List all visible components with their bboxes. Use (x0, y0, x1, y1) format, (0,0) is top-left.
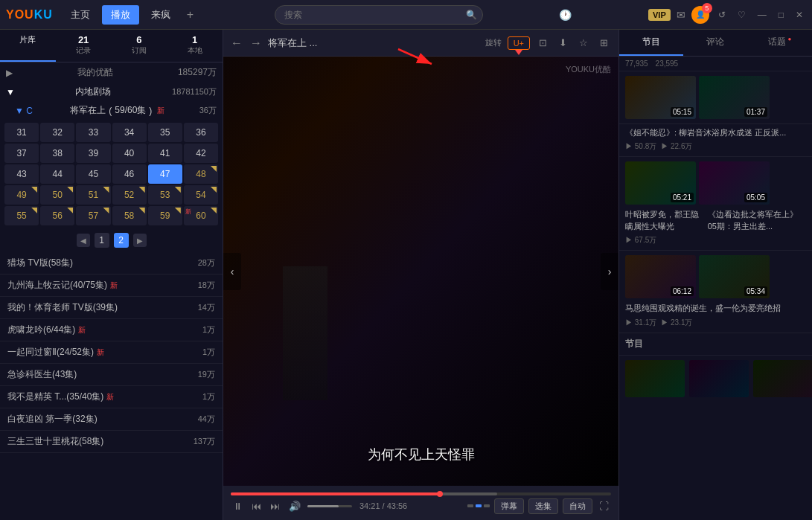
page-2[interactable]: 2 (114, 233, 129, 248)
my-youku-header[interactable]: ▶ 我的优酷 185297万 (0, 62, 223, 83)
episode-52[interactable]: 52 (112, 185, 147, 205)
playlist-item-sansheng[interactable]: 三生三世十里桃花(58集) 137万 (0, 431, 223, 453)
tab-subscribe[interactable]: 6订阅 (112, 30, 167, 62)
playlist-item-jiuzhou[interactable]: 九州海上牧云记(40/75集)新 18万 (0, 275, 223, 297)
right-stats-row: 77,935 23,595 (619, 57, 812, 71)
episode-32[interactable]: 32 (40, 123, 74, 142)
search-input[interactable] (275, 5, 483, 25)
mini-thumb-1[interactable] (689, 360, 749, 397)
tab-history[interactable]: 21记录 (56, 30, 112, 62)
crop-button[interactable]: ⊡ (536, 37, 550, 48)
episode-45[interactable]: 45 (76, 164, 110, 184)
playlist-item-wubujinying[interactable]: 我不是精英 T...(35/40集)新 1万 (0, 386, 223, 408)
episode-34[interactable]: 34 (112, 123, 147, 142)
episode-57[interactable]: 57 (76, 206, 110, 225)
volume-slider[interactable] (307, 505, 352, 507)
favorite-btn[interactable]: ♡ (735, 10, 749, 20)
episode-31[interactable]: 31 (4, 123, 39, 142)
minimize-btn[interactable]: — (755, 10, 770, 20)
plays-2a: 31.1万 (635, 318, 656, 327)
vip-badge[interactable]: VIP (648, 9, 671, 21)
drama-section-header[interactable]: ▼ 内地剧场 18781150万 (0, 83, 223, 101)
nav-laifeng[interactable]: 来疯 (142, 5, 179, 25)
mail-icon[interactable]: ✉ (677, 9, 685, 21)
page-prev[interactable]: ◀ (77, 234, 90, 247)
episode-41[interactable]: 41 (148, 144, 182, 163)
episode-48[interactable]: 48 (184, 164, 218, 184)
nav-home[interactable]: 主页 (62, 5, 99, 25)
history-icon[interactable]: 🕐 (559, 9, 572, 21)
screen-button[interactable]: ⊞ (597, 37, 611, 48)
episode-47[interactable]: 47 (148, 164, 182, 184)
mini-thumb-0[interactable] (625, 360, 685, 397)
episode-38[interactable]: 38 (40, 144, 74, 163)
rtab-topic[interactable]: 话题 (748, 30, 812, 56)
volume-btn[interactable]: 🔊 (287, 501, 303, 512)
search-icon[interactable]: 🔍 (466, 10, 477, 20)
page-1[interactable]: 1 (95, 233, 109, 248)
tab-local[interactable]: 1本地 (167, 30, 223, 62)
auto-button[interactable]: 自动 (563, 498, 592, 514)
refresh-btn[interactable]: ↺ (715, 10, 729, 20)
episode-50[interactable]: 50 (40, 185, 74, 205)
episode-54[interactable]: 54 (184, 185, 218, 205)
episode-56[interactable]: 56 (40, 206, 74, 225)
episode-40[interactable]: 40 (112, 144, 147, 163)
rotate-button[interactable]: 旋转 (485, 37, 502, 48)
current-series-header[interactable]: ▼ C 将军在上 (59/60集) 新 36万 (0, 101, 223, 120)
forward-button[interactable]: → (250, 36, 262, 50)
rtab-program[interactable]: 节目 (619, 30, 683, 56)
playlist-item-jizhenke[interactable]: 急诊科医生(43集) 19万 (0, 364, 223, 386)
episode-37[interactable]: 37 (4, 144, 39, 163)
episode-42[interactable]: 42 (184, 144, 218, 163)
next-btn[interactable]: ⏭ (268, 501, 282, 512)
star-button[interactable]: ☆ (576, 37, 591, 48)
related-item-2[interactable]: 06:12 05:34 (619, 251, 812, 303)
episode-39[interactable]: 39 (76, 144, 110, 163)
episode-44[interactable]: 44 (40, 164, 74, 184)
episode-51[interactable]: 51 (76, 185, 110, 205)
rtab-comment[interactable]: 评论 (683, 30, 747, 56)
nav-play[interactable]: 播放 (102, 5, 139, 25)
episode-36[interactable]: 36 (184, 123, 218, 142)
player-subtitle: 为何不见上天怪罪 (368, 446, 475, 463)
playlist-item-liechangtvban[interactable]: 猎场 TV版(58集) 28万 (0, 252, 223, 275)
play-pause-btn[interactable]: ⏸ (231, 501, 245, 512)
episode-53[interactable]: 53 (148, 185, 182, 205)
playlist-item-yiqitong[interactable]: 一起同过窗Ⅱ(24/52集)新 1万 (0, 341, 223, 364)
back-button[interactable]: ← (231, 36, 243, 50)
mini-thumb-2[interactable] (753, 360, 812, 397)
episode-33[interactable]: 33 (76, 123, 110, 142)
video-container[interactable]: YOUKU优酷 为何不见上天怪罪 ‹ › (223, 57, 618, 486)
next-episode-btn[interactable]: › (601, 253, 618, 290)
episode-59[interactable]: 59 (148, 206, 182, 225)
fullscreen-button[interactable]: ⛶ (597, 501, 611, 512)
episode-49[interactable]: 49 (4, 185, 39, 205)
nav-add[interactable]: + (182, 8, 198, 22)
prev-episode-btn[interactable]: ‹ (223, 253, 241, 290)
uplus-button[interactable]: U+ (508, 36, 530, 50)
episode-35[interactable]: 35 (148, 123, 182, 142)
page-next[interactable]: ▶ (133, 234, 147, 247)
playlist-item-huxiaolong[interactable]: 虎啸龙吟(6/44集)新 1万 (0, 319, 223, 341)
avatar-wrap[interactable]: 👤 5 (691, 6, 709, 24)
download-button[interactable]: ⬇ (556, 37, 570, 48)
episode-58[interactable]: 58 (112, 206, 147, 225)
related-stats-0: ▶ 50.8万 ▶ 22.6万 (625, 141, 806, 152)
episode-60[interactable]: 60新 (184, 206, 218, 225)
related-item-0[interactable]: 05:15 01:37 (619, 71, 812, 124)
select-episode-button[interactable]: 选集 (528, 498, 558, 514)
maximize-btn[interactable]: □ (776, 10, 787, 20)
close-btn[interactable]: ✕ (793, 10, 806, 20)
playlist-item-tiyulaoshi[interactable]: 我的！体育老师 TV版(39集) 14万 (0, 297, 223, 319)
danmaku-button[interactable]: 弹幕 (494, 498, 524, 514)
related-item-1[interactable]: 05:21 05:05 (619, 157, 812, 209)
playlist-item-baiye[interactable]: 白夜追凶 第一季(32集) 44万 (0, 408, 223, 431)
mini-thumb-img-1 (689, 360, 749, 397)
episode-46[interactable]: 46 (112, 164, 147, 184)
progress-bar[interactable] (231, 492, 611, 495)
episode-55[interactable]: 55 (4, 206, 39, 225)
episode-43[interactable]: 43 (4, 164, 39, 184)
prev-btn[interactable]: ⏮ (249, 501, 263, 512)
tab-library[interactable]: 片库 (0, 30, 56, 62)
